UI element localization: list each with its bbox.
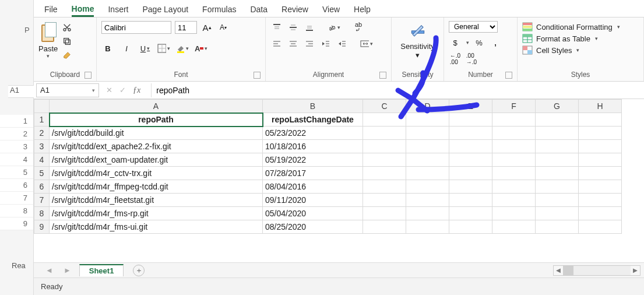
col-header-G[interactable]: G (536, 100, 579, 113)
row-header[interactable]: 4 (34, 153, 50, 167)
scroll-left-icon[interactable]: ◄ (554, 266, 563, 275)
decrease-font-icon[interactable]: A▾ (217, 21, 230, 34)
wrap-text-button[interactable]: ab⤶ (352, 21, 365, 34)
col-header-D[interactable]: D (406, 100, 449, 113)
cell[interactable]: 07/28/2017 (263, 167, 363, 180)
horizontal-scrollbar[interactable]: ◄ ► (553, 265, 641, 276)
cancel-edit-icon[interactable]: ✕ (106, 86, 112, 95)
font-color-button[interactable]: A▾ (195, 42, 207, 55)
bold-button[interactable]: B (101, 42, 114, 55)
status-bar: Ready (34, 278, 644, 295)
align-middle-icon[interactable] (287, 21, 300, 34)
sheet-nav-prev[interactable]: ◄ (43, 266, 55, 275)
confirm-edit-icon[interactable]: ✓ (119, 86, 126, 95)
cell[interactable]: 05/04/2020 (263, 207, 363, 220)
copy-icon[interactable] (61, 36, 73, 47)
cell[interactable]: /srv/git/tcdd/m4r_fms-ui.git (50, 220, 263, 234)
scroll-thumb[interactable] (563, 266, 573, 275)
decrease-decimal-icon[interactable]: .00→.0 (465, 52, 478, 65)
align-right-icon[interactable] (303, 37, 316, 50)
cell[interactable]: /srv/git/tcdd/ext_oam-updater.git (50, 153, 263, 167)
col-header-E[interactable]: E (449, 100, 492, 113)
font-dialog-launcher[interactable] (254, 72, 261, 79)
col-header-B[interactable]: B (263, 100, 363, 113)
clipboard-dialog-launcher[interactable] (85, 72, 92, 79)
cut-icon[interactable] (61, 22, 73, 33)
row-header[interactable]: 7 (34, 194, 50, 207)
paste-button[interactable]: Paste ▾ (38, 21, 58, 59)
row-header[interactable]: 3 (34, 140, 50, 153)
font-name-select[interactable] (101, 21, 171, 34)
cell[interactable]: 08/04/2016 (263, 180, 363, 194)
tab-insert[interactable]: Insert (108, 5, 128, 17)
comma-style-button[interactable]: , (489, 36, 502, 49)
row-header[interactable]: 8 (34, 207, 50, 220)
cell[interactable]: /srv/git/tcdd/build.git (50, 127, 263, 140)
tab-page-layout[interactable]: Page Layout (142, 5, 188, 17)
increase-decimal-icon[interactable]: ←.0.00 (449, 52, 462, 65)
sheet-tab-1[interactable]: Sheet1 (79, 264, 124, 276)
cell-A1[interactable]: repoPath (50, 113, 263, 127)
align-left-icon[interactable] (270, 37, 283, 50)
format-painter-icon[interactable] (61, 50, 73, 61)
conditional-formatting-button[interactable]: Conditional Formatting▾ (522, 22, 620, 31)
tab-home[interactable]: Home (72, 4, 94, 17)
align-center-icon[interactable] (287, 37, 300, 50)
orientation-button[interactable]: ab▾ (328, 21, 340, 34)
font-size-select[interactable] (175, 21, 197, 34)
col-header-C[interactable]: C (363, 100, 406, 113)
new-sheet-button[interactable]: ＋ (133, 265, 145, 276)
merge-center-button[interactable]: ▾ (360, 37, 373, 50)
col-header-H[interactable]: H (579, 100, 622, 113)
underline-button[interactable]: U▾ (139, 42, 152, 55)
paste-caret[interactable]: ▾ (47, 53, 50, 59)
alignment-dialog-launcher[interactable] (379, 72, 386, 79)
col-header-A[interactable]: A (50, 100, 263, 113)
worksheet[interactable]: A B C D E F G H 1 repoPath repoLastChang… (34, 99, 644, 278)
format-as-table-button[interactable]: Format as Table▾ (522, 34, 620, 43)
cell[interactable]: /srv/git/tcdd/m4r_cctv-trx.git (50, 167, 263, 180)
sheet-nav-next[interactable]: ► (61, 266, 73, 275)
cell[interactable]: /srv/git/tcdd/m4r_fleetstat.git (50, 194, 263, 207)
tab-file[interactable]: File (44, 5, 58, 17)
formula-input[interactable] (151, 83, 644, 97)
cell-styles-button[interactable]: Cell Styles▾ (522, 45, 620, 55)
accounting-format-button[interactable]: $ (449, 36, 462, 49)
scroll-right-icon[interactable]: ► (631, 266, 640, 275)
italic-button[interactable]: I (120, 42, 133, 55)
fill-color-button[interactable]: ▾ (176, 42, 189, 55)
cell[interactable]: 10/18/2016 (263, 140, 363, 153)
name-box[interactable]: A1▾ (36, 83, 99, 97)
cell[interactable]: 05/23/2022 (263, 127, 363, 140)
borders-button[interactable]: ▾ (157, 42, 170, 55)
cell[interactable]: 05/19/2022 (263, 153, 363, 167)
tab-data[interactable]: Data (250, 5, 268, 17)
cell-B1[interactable]: repoLastChangeDate (263, 113, 363, 127)
row-header[interactable]: 9 (34, 220, 50, 234)
cell[interactable]: /srv/git/tcdd/ext_apache2.2-fix.git (50, 140, 263, 153)
tab-help[interactable]: Help (354, 5, 371, 17)
row-header[interactable]: 6 (34, 180, 50, 194)
select-all-corner[interactable] (34, 100, 50, 113)
row-header[interactable]: 2 (34, 127, 50, 140)
cell[interactable]: 08/25/2020 (263, 220, 363, 234)
number-dialog-launcher[interactable] (505, 72, 512, 79)
tab-review[interactable]: Review (281, 5, 308, 17)
increase-font-icon[interactable]: A▴ (200, 21, 213, 34)
decrease-indent-icon[interactable] (319, 37, 332, 50)
number-format-select[interactable]: General (449, 21, 498, 33)
cell[interactable]: 09/11/2020 (263, 194, 363, 207)
align-top-icon[interactable] (270, 21, 283, 34)
col-header-F[interactable]: F (492, 100, 536, 113)
increase-indent-icon[interactable] (336, 37, 349, 50)
sensitivity-button[interactable]: Sensitivity ▾ (400, 21, 435, 59)
tab-formulas[interactable]: Formulas (202, 5, 236, 17)
align-bottom-icon[interactable] (303, 21, 316, 34)
cell[interactable]: /srv/git/tcdd/m4r_ffmpeg-tcdd.git (50, 180, 263, 194)
percent-button[interactable]: % (473, 36, 485, 49)
tab-view[interactable]: View (322, 5, 340, 17)
fx-icon[interactable]: ƒx (133, 86, 144, 95)
cell[interactable]: /srv/git/tcdd/m4r_fms-rp.git (50, 207, 263, 220)
row-header[interactable]: 5 (34, 167, 50, 180)
row-header[interactable]: 1 (34, 113, 50, 127)
